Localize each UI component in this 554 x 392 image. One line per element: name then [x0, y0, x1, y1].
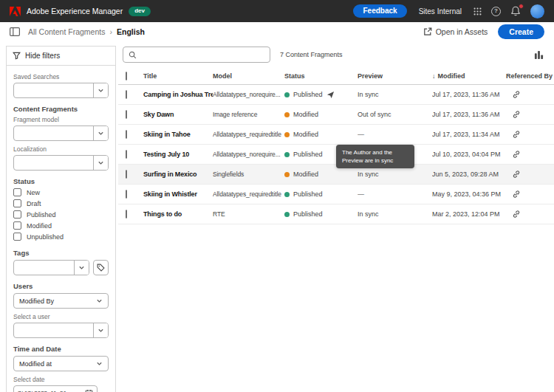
referenced-by-link-button[interactable]	[512, 170, 521, 179]
table-row[interactable]: Sky Dawn Image reference Modified Out of…	[118, 105, 554, 125]
fragment-title[interactable]: Camping in Joshua Tree	[143, 91, 213, 98]
chevron-down-icon	[96, 298, 103, 304]
select-all-checkbox[interactable]	[126, 72, 127, 80]
help-button[interactable]: ?	[491, 7, 501, 16]
fragment-model-dropdown[interactable]	[13, 125, 109, 141]
localization-label: Localization	[13, 145, 109, 153]
checkbox[interactable]	[13, 210, 21, 219]
fragment-status: Modified	[284, 111, 358, 118]
feedback-button[interactable]: Feedback	[353, 4, 406, 18]
status-filter-published[interactable]: Published	[13, 209, 109, 220]
chevron-down-icon[interactable]	[74, 261, 89, 275]
column-header-modified[interactable]: ↓ Modified	[432, 72, 506, 80]
referenced-by-link-button[interactable]	[512, 130, 521, 139]
status-filter-modified[interactable]: Modified	[13, 220, 109, 231]
status-filter-draft[interactable]: Draft	[13, 198, 109, 209]
link-icon	[512, 210, 521, 219]
table-row[interactable]: Skiing in Whistler Alldatatypes_required…	[118, 185, 554, 204]
row-checkbox[interactable]	[126, 210, 127, 219]
create-button[interactable]: Create	[498, 24, 544, 39]
fragment-modified: Jul 10, 2023, 04:04 PM	[432, 151, 506, 158]
referenced-by-link-button[interactable]	[512, 150, 521, 159]
toggle-rail-button[interactable]	[10, 27, 20, 36]
referenced-by-cell	[506, 210, 554, 219]
row-checkbox[interactable]	[126, 90, 127, 99]
status-dot	[284, 112, 290, 117]
status-label: Modified	[293, 111, 318, 118]
fragment-title[interactable]: Things to do	[143, 210, 213, 218]
hide-filters-button[interactable]: Hide filters	[7, 47, 115, 66]
column-settings-button[interactable]	[534, 50, 544, 60]
notifications-button[interactable]	[510, 6, 521, 16]
fragment-model: Singlefields	[213, 171, 284, 178]
fragment-title[interactable]: Testing July 10	[143, 151, 213, 158]
select-date-label: Select date	[13, 376, 109, 383]
tags-dropdown[interactable]	[13, 260, 89, 275]
calendar-icon[interactable]	[85, 389, 93, 392]
checkbox[interactable]	[13, 199, 21, 207]
row-checkbox[interactable]	[126, 170, 127, 179]
status-filter-unpublished[interactable]: Unpublished	[13, 231, 109, 242]
chevron-down-icon[interactable]	[93, 156, 108, 170]
user-dropdown[interactable]	[13, 323, 109, 338]
tag-icon	[97, 264, 105, 272]
modified-by-select[interactable]: Modified By	[13, 293, 109, 309]
chevron-down-icon[interactable]	[93, 323, 108, 337]
checkbox[interactable]	[13, 221, 21, 230]
breadcrumb-separator: ›	[109, 27, 112, 36]
fragment-title[interactable]: Skiing in Tahoe	[143, 131, 213, 138]
table-row[interactable]: Surfing in Mexico Singlefields Modified …	[118, 165, 554, 185]
column-header-model[interactable]: Model	[213, 72, 284, 80]
status-option-label: Published	[27, 211, 56, 219]
saved-searches-dropdown[interactable]	[13, 83, 109, 98]
referenced-by-cell	[506, 170, 554, 179]
main-content: 7 Content Fragments Title Model Status P…	[118, 41, 554, 392]
localization-dropdown[interactable]	[13, 155, 109, 171]
date-time-input[interactable]: 7/ 17/ 2023, 11: 51:	[13, 385, 98, 392]
referenced-by-link-button[interactable]	[512, 210, 521, 219]
table-row[interactable]: Things to do RTE Published In sync Mar 2…	[118, 204, 554, 224]
status-filter-new[interactable]: New	[13, 187, 109, 198]
row-checkbox[interactable]	[126, 110, 127, 119]
tag-picker-button[interactable]	[93, 260, 109, 275]
fragment-title[interactable]: Sky Dawn	[143, 111, 213, 118]
modified-at-select[interactable]: Modified at	[13, 356, 109, 371]
referenced-by-link-button[interactable]	[512, 90, 521, 99]
column-header-status[interactable]: Status	[284, 72, 358, 80]
fragment-title[interactable]: Skiing in Whistler	[143, 190, 213, 198]
fragment-modified: Jun 5, 2023, 09:28 AM	[432, 171, 506, 178]
tags-filter-row	[13, 260, 109, 275]
open-in-assets-label: Open in Assets	[436, 27, 488, 36]
row-checkbox[interactable]	[126, 150, 127, 159]
search-input[interactable]	[141, 51, 264, 58]
fragment-model: Alldatatypes_norequire...	[213, 151, 284, 158]
status-label: Published	[293, 190, 323, 198]
referenced-by-link-button[interactable]	[512, 110, 521, 119]
table-row[interactable]: Skiing in Tahoe Alldatatypes_requiredtit…	[118, 125, 554, 145]
column-header-title[interactable]: Title	[143, 72, 213, 80]
referenced-by-link-button[interactable]	[512, 190, 521, 199]
chevron-down-icon[interactable]	[93, 83, 108, 97]
open-in-assets-button[interactable]: Open in Assets	[423, 27, 488, 36]
app-switcher-button[interactable]	[473, 7, 482, 16]
row-checkbox[interactable]	[126, 130, 127, 139]
breadcrumb-all-content-fragments[interactable]: All Content Fragments	[28, 27, 105, 36]
fragment-status: Published	[284, 91, 358, 99]
fragment-title[interactable]: Surfing in Mexico	[143, 171, 213, 178]
fragment-status: Published	[284, 190, 358, 198]
table-toolbar: 7 Content Fragments	[118, 41, 554, 68]
column-header-referenced-by[interactable]: Referenced By	[506, 72, 554, 80]
referenced-by-cell	[506, 130, 554, 139]
chevron-down-icon[interactable]	[93, 126, 108, 140]
user-avatar[interactable]	[530, 4, 544, 18]
checkbox[interactable]	[13, 233, 21, 241]
publish-plane-icon	[326, 91, 335, 99]
row-checkbox[interactable]	[126, 190, 127, 199]
fragment-model: Image reference	[213, 111, 284, 118]
search-box[interactable]	[123, 47, 270, 63]
column-header-preview[interactable]: Preview	[358, 72, 432, 80]
top-bar: Adobe Experience Manager dev Feedback Si…	[0, 0, 554, 22]
table-row[interactable]: Camping in Joshua Tree Alldatatypes_nore…	[118, 85, 554, 105]
fragment-modified: Mar 2, 2023, 12:04 PM	[432, 210, 506, 218]
checkbox[interactable]	[13, 188, 21, 196]
